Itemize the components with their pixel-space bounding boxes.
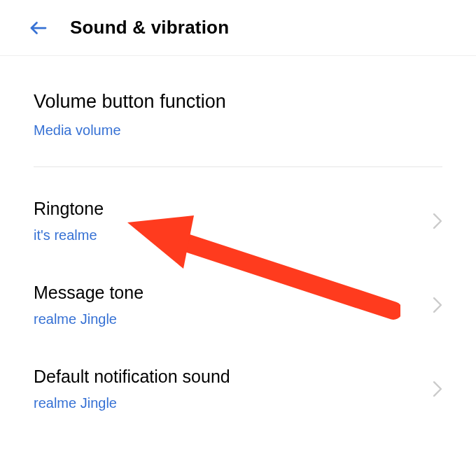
ringtone-value: it's realme: [34, 227, 104, 243]
volume-value: Media volume: [34, 122, 442, 139]
message-tone-value: realme Jingle: [34, 311, 144, 327]
default-notification-label: Default notification sound: [34, 367, 230, 387]
chevron-right-icon: [433, 297, 442, 313]
message-tone-label: Message tone: [34, 283, 144, 303]
header: Sound & vibration: [0, 0, 476, 56]
chevron-right-icon: [433, 381, 442, 397]
ringtone-item[interactable]: Ringtone it's realme: [34, 167, 442, 263]
volume-label: Volume button function: [34, 91, 442, 113]
ringtone-label: Ringtone: [34, 199, 104, 219]
default-notification-value: realme Jingle: [34, 395, 230, 411]
message-tone-item[interactable]: Message tone realme Jingle: [34, 263, 442, 347]
page-title: Sound & vibration: [70, 17, 229, 38]
default-notification-item[interactable]: Default notification sound realme Jingle: [34, 347, 442, 431]
chevron-right-icon: [433, 213, 442, 229]
back-arrow-icon[interactable]: [28, 17, 49, 38]
volume-button-function-item[interactable]: Volume button function Media volume: [0, 56, 476, 166]
